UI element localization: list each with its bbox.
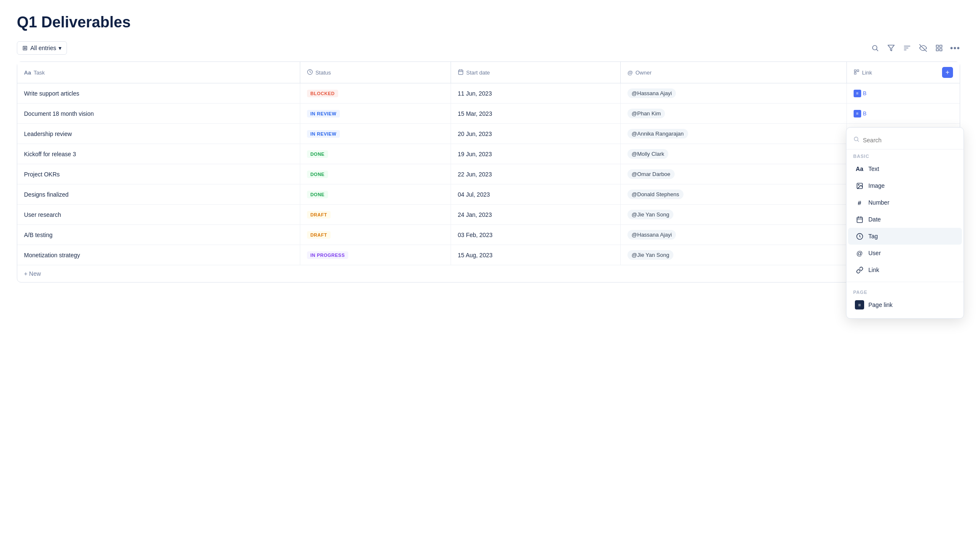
svg-rect-9	[936, 49, 938, 51]
number-type-icon: #	[855, 198, 864, 207]
filter-icon[interactable]	[886, 43, 896, 53]
toolbar: ⊞ All entries ▾ •••	[17, 41, 960, 55]
page-section-label: PAGE	[846, 285, 964, 296]
link-page-icon: ≡	[854, 90, 861, 97]
image-type-icon	[855, 181, 864, 190]
owner-cell: @Hassana Ajayi	[620, 225, 846, 245]
basic-section: BASIC Aa Text Image # Number Date	[846, 149, 964, 278]
owner-chip: @Jie Yan Song	[627, 250, 673, 260]
svg-rect-7	[936, 45, 938, 47]
link-text: B	[863, 110, 867, 117]
main-table-container: Aa Task Status	[17, 61, 960, 283]
task-cell: Document 18 month vision	[17, 104, 300, 124]
task-cell: User research	[17, 205, 300, 225]
add-new-row[interactable]: + New	[17, 265, 960, 283]
dropdown-search-icon	[853, 136, 860, 144]
table-row: User research DRAFT 24 Jan, 2023 @Jie Ya…	[17, 205, 960, 225]
table-body: Write support articles BLOCKED 11 Jun, 2…	[17, 83, 960, 283]
table-row: Document 18 month vision IN REVIEW 15 Ma…	[17, 104, 960, 124]
date-type-label: Date	[868, 216, 881, 223]
owner-chip: @Donald Stephens	[627, 189, 683, 199]
svg-rect-12	[459, 70, 463, 75]
owner-chip: @Jie Yan Song	[627, 210, 673, 219]
svg-point-22	[858, 184, 859, 185]
status-cell: IN REVIEW	[300, 104, 451, 124]
status-badge: DONE	[307, 191, 328, 198]
user-type-label: User	[868, 250, 881, 256]
owner-cell: @Phan Kim	[620, 104, 846, 124]
type-number-item[interactable]: # Number	[848, 194, 962, 211]
status-cell: IN REVIEW	[300, 124, 451, 144]
start-date-col-label: Start date	[466, 69, 490, 76]
task-cell: Write support articles	[17, 83, 300, 104]
col-task: Aa Task	[17, 62, 300, 83]
svg-rect-23	[857, 217, 862, 222]
link-text: B	[863, 90, 867, 96]
type-link-item[interactable]: Link	[848, 261, 962, 278]
grid-view-icon[interactable]	[934, 43, 944, 53]
type-page-link-item[interactable]: ≡ Page link	[848, 296, 962, 313]
task-cell: Kickoff for release 3	[17, 144, 300, 164]
owner-chip: @Phan Kim	[627, 109, 665, 118]
owner-chip: @Hassana Ajayi	[627, 88, 676, 98]
search-icon[interactable]	[870, 43, 880, 53]
status-badge: IN PROGRESS	[307, 251, 348, 259]
hide-icon[interactable]	[918, 43, 928, 53]
dropdown-divider	[846, 282, 964, 282]
more-options-icon[interactable]: •••	[950, 43, 960, 53]
link-type-label: Link	[868, 267, 879, 273]
status-badge: IN REVIEW	[307, 130, 340, 138]
type-tag-item[interactable]: Tag	[848, 228, 962, 245]
status-cell: IN PROGRESS	[300, 245, 451, 265]
task-cell: A/B testing	[17, 225, 300, 245]
owner-cell: @Jie Yan Song	[620, 205, 846, 225]
status-cell: DONE	[300, 164, 451, 184]
type-image-item[interactable]: Image	[848, 177, 962, 194]
page-link-type-label: Page link	[868, 301, 893, 308]
date-cell: 11 Jun, 2023	[451, 83, 620, 104]
date-cell: 20 Jun, 2023	[451, 124, 620, 144]
task-col-icon: Aa	[24, 69, 31, 76]
owner-cell: @Jie Yan Song	[620, 245, 846, 265]
svg-rect-17	[857, 69, 859, 71]
grid-icon: ⊞	[22, 44, 28, 52]
type-text-item[interactable]: Aa Text	[848, 160, 962, 177]
owner-chip: @Omar Darboe	[627, 169, 675, 179]
table-row: A/B testing DRAFT 03 Feb, 2023 @Hassana …	[17, 225, 960, 245]
owner-chip: @Hassana Ajayi	[627, 230, 676, 240]
all-entries-button[interactable]: ⊞ All entries ▾	[17, 41, 67, 55]
status-badge: DRAFT	[307, 211, 331, 219]
add-column-button[interactable]: +	[942, 67, 953, 78]
task-cell: Project OKRs	[17, 164, 300, 184]
owner-cell: @Annika Rangarajan	[620, 124, 846, 144]
type-user-item[interactable]: @ User	[848, 245, 962, 261]
status-badge: DRAFT	[307, 231, 331, 239]
date-type-icon	[855, 215, 864, 224]
date-cell: 22 Jun, 2023	[451, 164, 620, 184]
toolbar-right: •••	[870, 43, 960, 53]
date-cell: 04 Jul, 2023	[451, 184, 620, 205]
status-cell: DONE	[300, 184, 451, 205]
owner-cell: @Donald Stephens	[620, 184, 846, 205]
number-type-label: Number	[868, 199, 889, 206]
table-row: Write support articles BLOCKED 11 Jun, 2…	[17, 83, 960, 104]
type-date-item[interactable]: Date	[848, 211, 962, 228]
new-row-label[interactable]: + New	[17, 265, 960, 283]
sort-icon[interactable]	[902, 43, 912, 53]
status-badge: BLOCKED	[307, 90, 338, 97]
svg-rect-8	[940, 45, 942, 47]
date-cell: 19 Jun, 2023	[451, 144, 620, 164]
owner-col-icon: @	[627, 69, 633, 76]
owner-cell: @Molly Clark	[620, 144, 846, 164]
status-cell: DONE	[300, 144, 451, 164]
dropdown-search-input[interactable]	[863, 137, 957, 144]
deliverables-table: Aa Task Status	[17, 62, 960, 282]
user-type-icon: @	[855, 248, 864, 258]
date-col-icon	[458, 69, 464, 76]
svg-rect-10	[940, 49, 942, 51]
date-cell: 03 Feb, 2023	[451, 225, 620, 245]
all-entries-label: All entries	[30, 45, 56, 51]
col-start-date: Start date	[451, 62, 620, 83]
col-link: Link +	[846, 62, 960, 83]
text-type-label: Text	[868, 165, 879, 172]
